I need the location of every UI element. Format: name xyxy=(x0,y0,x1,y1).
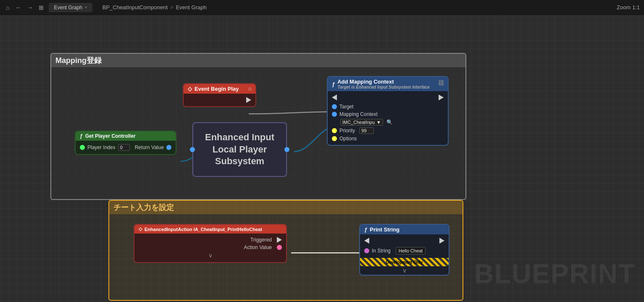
exec-pins-row xyxy=(332,94,444,101)
graph-area[interactable]: Mapping登録 チート入力を設定 ƒ Get Player Controll… xyxy=(0,15,644,302)
player-index-pin-row: Player Index Return Value xyxy=(80,143,171,152)
mapping-context-pin-row: Mapping Context xyxy=(332,110,444,118)
return-value-pin xyxy=(166,145,171,150)
priority-input[interactable] xyxy=(359,127,374,134)
priority-label: Priority xyxy=(339,128,355,134)
back-icon[interactable]: ← xyxy=(13,3,23,12)
target-label: Target xyxy=(339,104,353,110)
add-mapping-subtitle: Target is Enhanced Input Subsystem Inter… xyxy=(337,85,430,89)
mapping-context-value: IMC_CheatInpu xyxy=(342,120,375,125)
get-player-controller-title: Get Player Controller xyxy=(85,133,136,139)
options-pin xyxy=(332,136,337,141)
print-string-body: In String Hello Cheat xyxy=(360,234,449,258)
enhanced-input-label: Enhanced Input Local Player Subsystem xyxy=(205,132,274,166)
comment-box-cheat-title: チート入力を設定 xyxy=(109,201,463,214)
blueprint-watermark: BLUEPRINT xyxy=(474,258,636,289)
breadcrumb-root: BP_CheatInputComponent xyxy=(103,4,168,11)
action-value-pin xyxy=(277,245,282,250)
add-mapping-title: Add Mapping Context xyxy=(337,79,430,85)
triggered-exec-pin xyxy=(277,237,282,243)
player-index-label: Player Index xyxy=(87,144,116,150)
exec-in-pin xyxy=(332,95,337,100)
action-value-pin-row: Action Value xyxy=(139,244,282,251)
print-string-footer: Development Only xyxy=(360,258,449,266)
breadcrumb-separator: > xyxy=(170,4,173,11)
event-begin-play-title: Event Begin Play xyxy=(195,86,239,92)
triggered-pin-row: Triggered xyxy=(139,236,282,244)
print-exec-pins-row xyxy=(364,237,444,244)
add-mapping-body: Target Mapping Context IMC_CheatInpu ▼ 🔍… xyxy=(328,91,448,145)
print-exec-in-pin xyxy=(364,238,369,244)
get-player-controller-header: ƒ Get Player Controller xyxy=(76,131,176,141)
target-pin-row: Target xyxy=(332,103,444,110)
mapping-context-dropdown[interactable]: IMC_CheatInpu ▼ xyxy=(340,119,383,126)
priority-pin-row: Priority xyxy=(332,126,444,135)
action-node-header: ◇ EnhancedInputAction IA_CheatInput_Prin… xyxy=(134,225,286,234)
target-pin xyxy=(332,104,337,109)
action-value-label: Action Value xyxy=(244,244,272,250)
options-pin-row: Options xyxy=(332,135,444,142)
add-mapping-header: ƒ Add Mapping Context Target is Enhanced… xyxy=(328,77,448,91)
func-icon: ƒ xyxy=(80,133,83,139)
enhanced-input-body: Enhanced Input Local Player Subsystem xyxy=(193,123,286,176)
node-print-string[interactable]: ƒ Print String In String Hello Cheat Dev… xyxy=(359,224,449,276)
forward-icon[interactable]: → xyxy=(25,3,34,12)
in-string-label: In String xyxy=(372,248,391,254)
breadcrumb-current: Event Graph xyxy=(176,4,207,11)
event-close-icon[interactable]: □ xyxy=(249,87,251,91)
node-enhanced-input[interactable]: Enhanced Input Local Player Subsystem xyxy=(192,122,287,177)
action-node-body: Triggered Action Value ∨ xyxy=(134,234,286,262)
node-enhanced-input-action[interactable]: ◇ EnhancedInputAction IA_CheatInput_Prin… xyxy=(134,224,287,263)
event-begin-play-body xyxy=(184,94,255,106)
action-expand-chevron[interactable]: ∨ xyxy=(139,251,282,260)
mapping-context-pin xyxy=(332,112,337,117)
enhanced-input-right-pin xyxy=(284,147,289,152)
action-diamond-icon: ◇ xyxy=(139,226,142,232)
print-expand-chevron[interactable]: ∨ xyxy=(360,266,449,275)
event-begin-play-header: ◇ Event Begin Play □ xyxy=(184,84,255,94)
zoom-label: Zoom 1:1 xyxy=(617,4,640,11)
mapping-context-value-row: IMC_CheatInpu ▼ 🔍 xyxy=(332,118,444,126)
home-icon[interactable]: ⌂ xyxy=(4,3,11,12)
monitor-icon: 🖥 xyxy=(437,79,444,87)
options-label: Options xyxy=(339,136,357,142)
return-value-label: Return Value xyxy=(135,144,164,150)
print-string-header: ƒ Print String xyxy=(360,225,449,234)
mapping-func-icon: ƒ xyxy=(332,81,335,87)
breadcrumb: BP_CheatInputComponent > Event Graph xyxy=(103,4,207,11)
print-exec-out-pin xyxy=(439,238,444,244)
get-player-controller-body: Player Index Return Value xyxy=(76,141,176,154)
node-add-mapping-context[interactable]: 🖥 ƒ Add Mapping Context Target is Enhanc… xyxy=(327,76,449,146)
event-diamond-icon: ◇ xyxy=(188,86,192,92)
print-func-icon: ƒ xyxy=(364,226,367,233)
in-string-pin-row: In String Hello Cheat xyxy=(364,246,444,255)
node-get-player-controller[interactable]: ƒ Get Player Controller Player Index Ret… xyxy=(75,131,176,155)
event-exec-out-pin xyxy=(246,97,251,103)
triggered-label: Triggered xyxy=(250,237,272,243)
comment-box-mapping-title: Mapping登録 xyxy=(51,54,465,67)
enhanced-input-left-pin xyxy=(190,147,195,152)
dropdown-arrow: ▼ xyxy=(376,120,381,125)
event-graph-tab[interactable]: Event Graph × xyxy=(49,3,92,12)
player-index-input[interactable] xyxy=(118,144,130,151)
node-event-begin-play[interactable]: ◇ Event Begin Play □ xyxy=(183,83,256,107)
priority-pin xyxy=(332,128,337,133)
development-only-label: Development Only xyxy=(386,260,423,265)
in-string-pin xyxy=(364,248,369,253)
top-bar: ⌂ ← → ⊞ Event Graph × BP_CheatInputCompo… xyxy=(0,0,644,15)
grid-icon[interactable]: ⊞ xyxy=(37,3,45,12)
action-title: EnhancedInputAction IA_CheatInput_PrintH… xyxy=(145,227,262,232)
exec-out-pin xyxy=(439,95,444,100)
mapping-context-label: Mapping Context xyxy=(339,111,378,117)
search-icon[interactable]: 🔍 xyxy=(386,119,393,125)
nav-icons: ⌂ ← → ⊞ xyxy=(4,3,45,12)
player-index-pin xyxy=(80,145,85,150)
print-string-title: Print String xyxy=(370,226,400,233)
in-string-value[interactable]: Hello Cheat xyxy=(396,247,426,255)
tab-label: Event Graph xyxy=(54,5,82,11)
close-icon[interactable]: × xyxy=(85,5,87,10)
